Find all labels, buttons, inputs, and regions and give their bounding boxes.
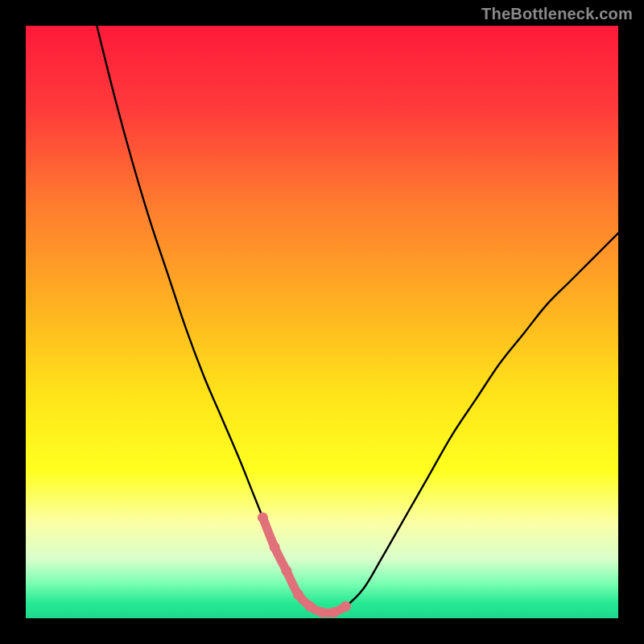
svg-point-7: [328, 607, 339, 617]
svg-point-1: [258, 512, 268, 522]
optimal-range-highlight: [262, 518, 345, 613]
svg-point-5: [305, 601, 316, 612]
chart-frame: TheBottleneck.com: [0, 0, 644, 644]
bottleneck-curve: [26, 26, 618, 618]
svg-point-2: [270, 542, 280, 552]
svg-point-3: [281, 566, 291, 576]
svg-point-6: [317, 607, 328, 617]
svg-point-8: [341, 601, 351, 612]
svg-point-4: [293, 589, 303, 600]
plot-area: [26, 26, 618, 618]
watermark: TheBottleneck.com: [481, 5, 633, 23]
